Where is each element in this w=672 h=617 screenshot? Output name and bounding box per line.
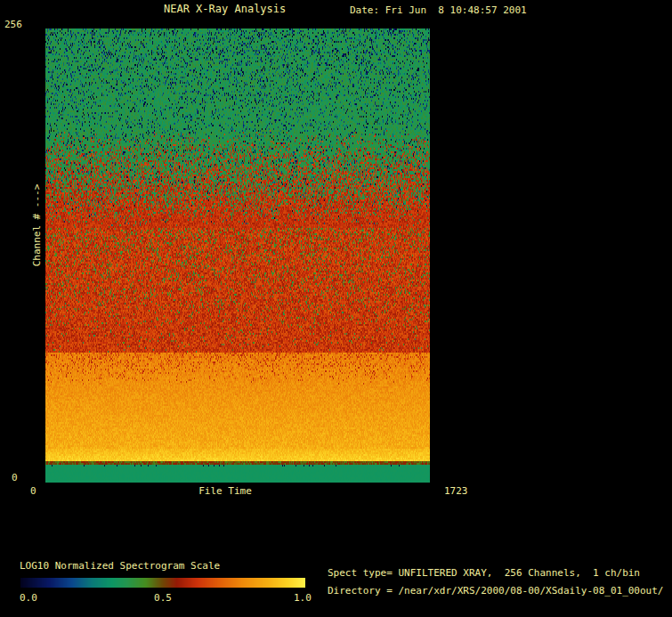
page-title: NEAR X-Ray Analysis <box>164 4 286 15</box>
directory-line: Directory = /near/xdr/XRS/2000/08-00/XSd… <box>328 585 664 597</box>
x-axis-min-tick: 0 <box>30 485 36 497</box>
colorbar-tick-min: 0.0 <box>20 592 37 604</box>
x-axis-label: File Time <box>198 485 252 497</box>
near-xray-analysis-window: NEAR X-Ray Analysis Date: Fri Jun 8 10:4… <box>0 0 672 617</box>
colorbar-tick-mid: 0.5 <box>154 592 172 604</box>
datetime-label: Date: Fri Jun 8 10:48:57 2001 <box>350 4 527 16</box>
y-axis-min-tick: 0 <box>12 472 18 483</box>
spectrogram-plot <box>45 28 430 483</box>
colorbar-title: LOG10 Normalized Spectrogram Scale <box>20 560 220 572</box>
colorbar-gradient <box>20 578 305 588</box>
x-axis-max-tick: 1723 <box>444 485 468 497</box>
y-axis-label: Channel # ---> <box>31 184 43 267</box>
y-axis-max-tick: 256 <box>4 19 22 30</box>
colorbar-tick-max: 1.0 <box>294 592 312 604</box>
spect-type-line: Spect type= UNFILTERED XRAY, 256 Channel… <box>328 567 640 579</box>
